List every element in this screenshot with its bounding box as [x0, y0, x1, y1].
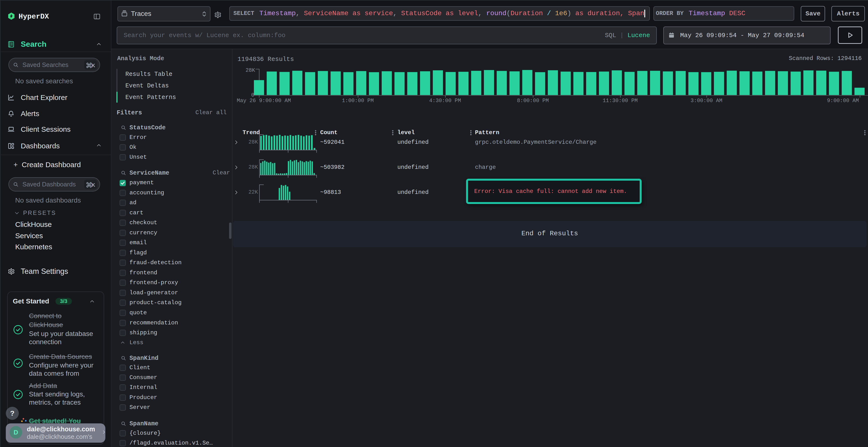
svg-text:K: K: [92, 182, 95, 187]
svg-text:K: K: [92, 63, 95, 68]
